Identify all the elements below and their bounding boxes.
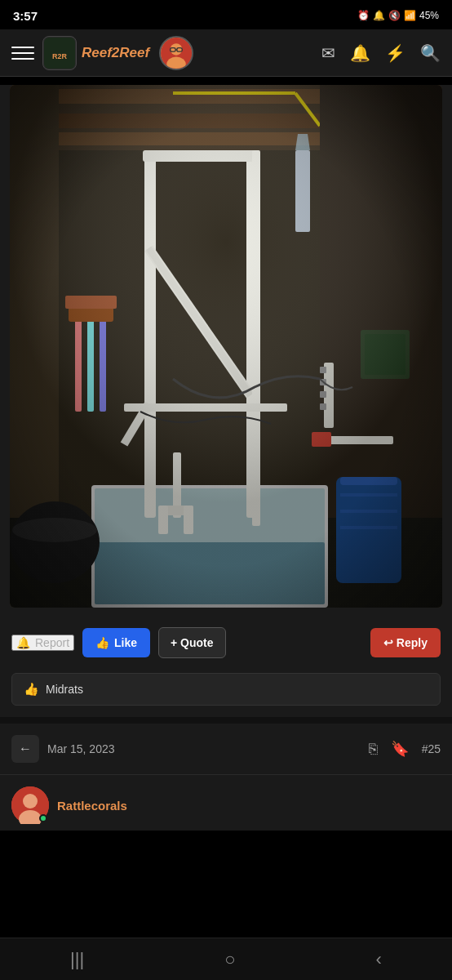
bookmark-icon[interactable]: 🔖 <box>391 740 409 758</box>
nav-logo: R2R Reef2Reef <box>42 36 321 70</box>
battery-icon: 45% <box>419 10 439 21</box>
back-button[interactable]: ← <box>11 735 39 763</box>
like-button[interactable]: 👍 Like <box>82 628 150 657</box>
quote-button[interactable]: + Quote <box>158 627 226 658</box>
post-user-avatar <box>11 786 49 824</box>
likes-section: 👍 Midrats <box>11 673 441 706</box>
nav-menu-icon[interactable]: ||| <box>54 942 100 977</box>
top-nav: R2R Reef2Reef ✉ 🔔 ⚡ 🔍 <box>0 29 452 77</box>
post-image <box>10 85 442 608</box>
wifi-icon: 📶 <box>404 10 416 21</box>
post-image-container <box>10 85 442 608</box>
mail-icon[interactable]: ✉ <box>321 43 335 63</box>
thumbs-up-icon: 👍 <box>95 636 109 649</box>
post-username: Rattlecorals <box>57 799 127 813</box>
svg-text:R2R: R2R <box>52 52 68 60</box>
bottom-nav: ||| ○ ‹ <box>0 938 452 980</box>
nav-back-icon[interactable]: ‹ <box>360 942 398 977</box>
liked-by: Midrats <box>46 683 83 696</box>
reply-button[interactable]: ↩ Reply <box>370 628 441 657</box>
online-indicator <box>39 814 47 822</box>
status-bar: 3:57 ⏰ 🔔 🔇 📶 45% <box>0 0 452 29</box>
logo-image: R2R <box>42 36 77 70</box>
user-avatar-nav[interactable] <box>159 36 193 70</box>
likes-thumbs-icon: 👍 <box>24 682 39 697</box>
back-arrow-icon: ← <box>19 742 32 756</box>
post-header-right: ⎘ 🔖 #25 <box>369 740 441 758</box>
svg-rect-57 <box>10 85 442 608</box>
mute-icon: 🔇 <box>388 10 401 21</box>
nav-home-icon[interactable]: ○ <box>208 942 251 977</box>
action-row: 🔔 Report 👍 Like + Quote ↩ Reply <box>0 616 452 670</box>
nav-icon-group: ✉ 🔔 ⚡ 🔍 <box>321 43 441 63</box>
lightning-icon[interactable]: ⚡ <box>385 43 405 63</box>
post-date: Mar 15, 2023 <box>47 742 115 755</box>
bell-icon[interactable]: 🔔 <box>350 43 370 63</box>
logo-text: Reef2Reef <box>82 45 149 61</box>
alarm2-icon: 🔔 <box>373 10 385 21</box>
main-content: 🔔 Report 👍 Like + Quote ↩ Reply 👍 Midrat… <box>0 85 452 831</box>
bell-report-icon: 🔔 <box>16 636 30 649</box>
next-post-header: ← Mar 15, 2023 ⎘ 🔖 #25 <box>0 724 452 775</box>
report-button[interactable]: 🔔 Report <box>11 635 74 651</box>
section-divider <box>0 717 452 724</box>
search-icon[interactable]: 🔍 <box>420 43 441 63</box>
next-post-user: Rattlecorals <box>0 775 452 831</box>
status-time: 3:57 <box>13 9 38 23</box>
hamburger-menu[interactable] <box>11 47 34 60</box>
share-icon[interactable]: ⎘ <box>369 741 378 758</box>
status-icons: ⏰ 🔔 🔇 📶 45% <box>357 10 439 21</box>
post-number: #25 <box>422 742 441 755</box>
alarm-icon: ⏰ <box>357 10 370 21</box>
basement-scene-svg <box>10 85 442 608</box>
svg-point-59 <box>23 794 38 808</box>
